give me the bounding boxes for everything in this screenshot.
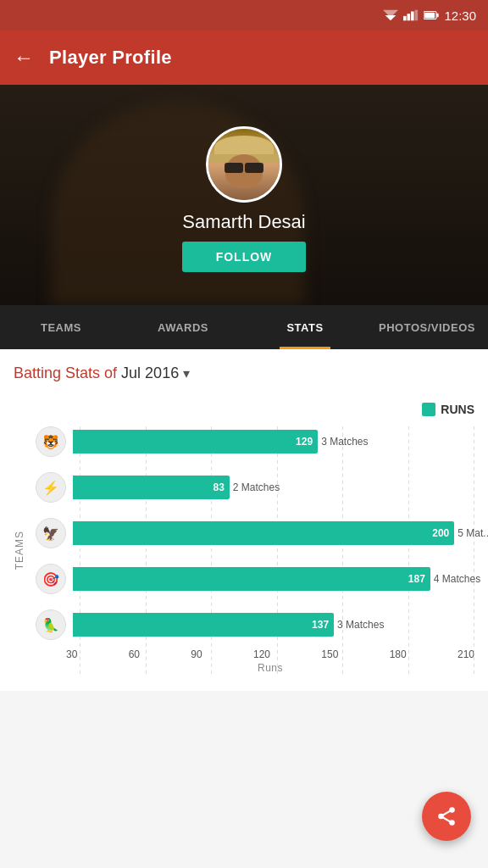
team-icon: ⚡ — [36, 472, 66, 503]
team-icon: 🦅 — [36, 518, 66, 548]
tab-awards[interactable]: AWARDS — [122, 305, 244, 349]
bar-label: 3 Matches — [321, 436, 368, 448]
x-axis-tick: 180 — [390, 648, 407, 660]
bar-wrapper: 1293 Matches — [73, 430, 474, 453]
bar-row: 🦜1373 Matches — [36, 609, 474, 640]
bar: 2005 Mat... — [73, 521, 454, 545]
chart-legend: RUNS — [14, 403, 474, 416]
svg-rect-4 — [411, 12, 414, 21]
svg-rect-2 — [403, 16, 407, 20]
bar-value: 137 — [312, 619, 329, 631]
team-icon: 🎯 — [36, 564, 66, 594]
bar-row: 🦅2005 Mat... — [36, 518, 474, 548]
legend-color-box — [422, 403, 435, 416]
chart-inner: 🐯1293 Matches⚡832 Matches🦅2005 Mat...🎯18… — [29, 426, 474, 674]
status-bar: 12:30 — [0, 0, 488, 31]
wifi-icon — [383, 9, 398, 21]
hero-section: Samarth Desai FOLLOW — [0, 85, 488, 305]
bar-label: 4 Matches — [434, 573, 480, 585]
avatar-inner — [208, 129, 280, 200]
avatar-glasses — [223, 163, 265, 175]
bar-wrapper: 2005 Mat... — [73, 521, 474, 545]
bar: 1874 Matches — [73, 567, 430, 591]
content-area: Batting Stats of Jul 2016 ▾ RUNS Teams — [0, 349, 488, 691]
bar-wrapper: 832 Matches — [73, 476, 474, 499]
tab-photos[interactable]: PHOTOS/VIDEOS — [366, 305, 488, 349]
chart-area: Teams 🐯1293 Matches⚡832 Matches🦅2005 Mat… — [14, 426, 474, 674]
svg-rect-8 — [437, 14, 439, 18]
avatar — [206, 126, 282, 203]
top-bar: ← Player Profile — [0, 31, 488, 85]
bar-label: 3 Matches — [337, 619, 384, 631]
battery-icon — [424, 9, 439, 21]
share-fab[interactable] — [422, 792, 471, 841]
bar-row: 🎯1874 Matches — [36, 564, 474, 594]
x-axis-tick: 30 — [66, 648, 77, 660]
team-icon: 🦜 — [36, 609, 66, 640]
y-axis-label: Teams — [14, 531, 25, 570]
bar-label: 2 Matches — [233, 481, 280, 493]
bar: 1293 Matches — [73, 430, 318, 453]
x-axis-title: Runs — [29, 662, 474, 674]
bar-label: 5 Mat... — [458, 527, 488, 539]
x-axis-tick: 90 — [191, 648, 202, 660]
bar: 832 Matches — [73, 476, 230, 499]
bar-wrapper: 1874 Matches — [73, 567, 474, 591]
share-icon — [435, 805, 458, 827]
tab-bar: TEAMS AWARDS STATS PHOTOS/VIDEOS — [0, 305, 488, 349]
svg-rect-5 — [415, 10, 419, 21]
bar-value: 187 — [408, 573, 425, 585]
x-axis-tick: 60 — [129, 648, 140, 660]
bar-value: 83 — [214, 481, 225, 493]
svg-line-13 — [441, 816, 452, 823]
chart-container: RUNS Teams 🐯1293 Matches⚡832 Matches🦅200 — [14, 396, 474, 674]
bars-section: 🐯1293 Matches⚡832 Matches🦅2005 Mat...🎯18… — [29, 426, 474, 640]
dropdown-arrow[interactable]: ▾ — [183, 366, 190, 381]
tab-stats[interactable]: STATS — [244, 305, 366, 349]
team-icon: 🐯 — [36, 426, 66, 457]
bar-value: 200 — [432, 527, 449, 539]
signal-icon — [403, 9, 419, 21]
x-axis: 306090120150180210 — [29, 640, 474, 660]
status-time: 12:30 — [444, 8, 476, 23]
back-button[interactable]: ← — [14, 46, 34, 70]
svg-rect-3 — [408, 14, 411, 20]
x-axis-tick: 120 — [253, 648, 270, 660]
bar-row: ⚡832 Matches — [36, 472, 474, 503]
bar: 1373 Matches — [73, 613, 334, 637]
x-axis-tick: 150 — [321, 648, 338, 660]
batting-stats-title: Batting Stats of Jul 2016 ▾ — [14, 364, 474, 382]
player-name: Samarth Desai — [182, 211, 306, 233]
status-icons: 12:30 — [383, 8, 476, 23]
svg-marker-1 — [383, 10, 398, 18]
legend-label: RUNS — [441, 403, 474, 416]
page-title: Player Profile — [49, 47, 172, 69]
svg-rect-7 — [425, 13, 435, 19]
svg-line-12 — [441, 810, 452, 816]
bar-row: 🐯1293 Matches — [36, 426, 474, 457]
x-axis-tick: 210 — [458, 648, 474, 660]
tab-teams[interactable]: TEAMS — [0, 305, 122, 349]
bar-value: 129 — [296, 436, 313, 448]
bar-wrapper: 1373 Matches — [73, 613, 474, 637]
follow-button[interactable]: FOLLOW — [182, 242, 307, 272]
